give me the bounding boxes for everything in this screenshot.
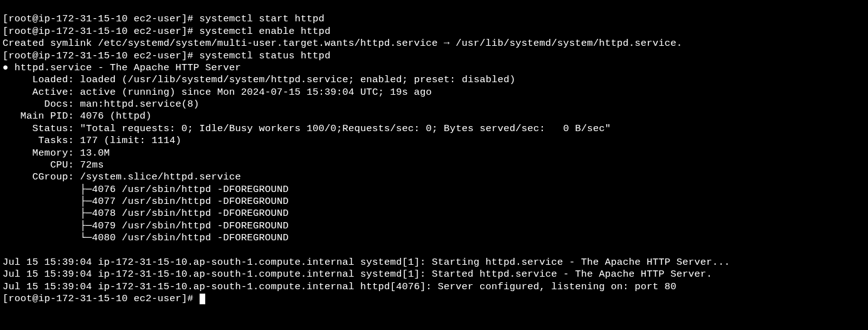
journal-line: Jul 15 15:39:04 ip-172-31-15-10.ap-south… [3, 257, 730, 268]
status-cgroup: CGroup: /system.slice/httpd.service [3, 171, 241, 183]
journal-line: Jul 15 15:39:04 ip-172-31-15-10.ap-south… [3, 281, 677, 292]
prompt: [root@ip-172-31-15-10 ec2-user]# [3, 26, 200, 37]
status-docs: Docs: man:httpd.service(8) [3, 98, 200, 110]
cgroup-proc: └─4080 /usr/sbin/httpd -DFOREGROUND [3, 232, 289, 243]
active-dot-icon [3, 62, 9, 73]
status-cpu: CPU: 72ms [3, 159, 104, 171]
status-status: Status: "Total requests: 0; Idle/Busy wo… [3, 123, 611, 134]
command: systemctl start httpd [200, 13, 325, 24]
status-memory: Memory: 13.0M [3, 147, 110, 159]
command: systemctl enable httpd [200, 26, 331, 37]
status-loaded: Loaded: loaded (/usr/lib/systemd/system/… [3, 74, 515, 85]
status-mainpid: Main PID: 4076 (httpd) [3, 110, 152, 122]
output-line: Created symlink /etc/systemd/system/mult… [3, 38, 682, 49]
prompt: [root@ip-172-31-15-10 ec2-user]# [3, 13, 200, 24]
journal-line: Jul 15 15:39:04 ip-172-31-15-10.ap-south… [3, 269, 712, 280]
status-active: Active: active (running) since Mon 2024-… [3, 87, 432, 98]
status-tasks: Tasks: 177 (limit: 1114) [3, 135, 181, 146]
terminal-cursor[interactable] [200, 294, 205, 304]
status-header: httpd.service - The Apache HTTP Server [3, 62, 241, 73]
cgroup-proc: ├─4076 /usr/sbin/httpd -DFOREGROUND [3, 184, 289, 195]
cgroup-proc: ├─4077 /usr/sbin/httpd -DFOREGROUND [3, 196, 289, 207]
command: systemctl status httpd [200, 50, 331, 61]
cgroup-proc: ├─4078 /usr/sbin/httpd -DFOREGROUND [3, 208, 289, 219]
prompt: [root@ip-172-31-15-10 ec2-user]# [3, 50, 200, 61]
cgroup-proc: ├─4079 /usr/sbin/httpd -DFOREGROUND [3, 220, 289, 232]
prompt: [root@ip-172-31-15-10 ec2-user]# [3, 293, 200, 304]
